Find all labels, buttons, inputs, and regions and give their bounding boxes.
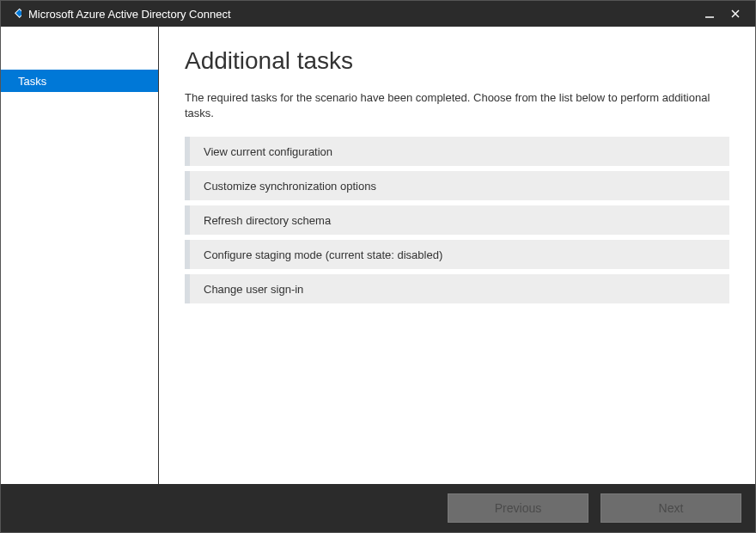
footer: Previous Next bbox=[1, 484, 755, 532]
task-list: View current configuration Customize syn… bbox=[185, 137, 729, 303]
body: Tasks Additional tasks The required task… bbox=[1, 27, 755, 484]
task-customize-sync[interactable]: Customize synchronization options bbox=[185, 171, 729, 200]
close-button[interactable] bbox=[722, 1, 748, 27]
task-label: Change user sign-in bbox=[204, 283, 303, 296]
task-accent bbox=[185, 240, 190, 269]
task-accent bbox=[185, 171, 190, 200]
task-accent bbox=[185, 205, 190, 235]
minimize-button[interactable] bbox=[697, 1, 722, 27]
window-title: Microsoft Azure Active Directory Connect bbox=[28, 8, 697, 21]
sidebar-item-tasks[interactable]: Tasks bbox=[1, 70, 158, 92]
previous-button[interactable]: Previous bbox=[448, 493, 588, 523]
task-label: View current configuration bbox=[204, 145, 332, 158]
app-icon bbox=[8, 7, 21, 21]
task-staging-mode[interactable]: Configure staging mode (current state: d… bbox=[185, 240, 729, 269]
titlebar: Microsoft Azure Active Directory Connect bbox=[1, 1, 755, 27]
task-view-config[interactable]: View current configuration bbox=[185, 137, 729, 166]
task-label: Configure staging mode (current state: d… bbox=[204, 248, 442, 261]
sidebar: Tasks bbox=[1, 27, 159, 484]
svg-rect-0 bbox=[15, 9, 21, 17]
next-button[interactable]: Next bbox=[601, 493, 741, 523]
task-accent bbox=[185, 274, 190, 303]
task-label: Customize synchronization options bbox=[204, 180, 376, 193]
sidebar-item-label: Tasks bbox=[18, 75, 46, 88]
task-label: Refresh directory schema bbox=[204, 214, 331, 227]
page-title: Additional tasks bbox=[185, 47, 729, 75]
task-change-signin[interactable]: Change user sign-in bbox=[185, 274, 729, 303]
page-description: The required tasks for the scenario have… bbox=[185, 90, 729, 121]
main-panel: Additional tasks The required tasks for … bbox=[159, 27, 755, 484]
app-window: Microsoft Azure Active Directory Connect… bbox=[0, 0, 756, 533]
task-refresh-schema[interactable]: Refresh directory schema bbox=[185, 205, 729, 235]
task-accent bbox=[185, 137, 190, 166]
